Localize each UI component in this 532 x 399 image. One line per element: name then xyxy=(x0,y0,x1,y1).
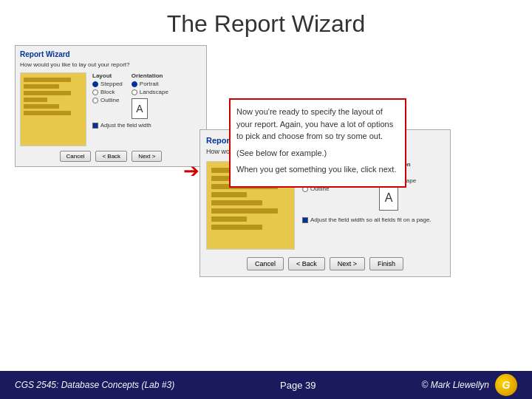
wizard-large-buttons: Cancel < Back Next > Finish xyxy=(206,257,444,270)
wizard-small: Report Wizard How would you like to lay … xyxy=(15,45,207,167)
callout-text1: Now you're ready to specify the layout o… xyxy=(236,106,399,143)
logo-icon: G xyxy=(495,374,517,396)
wizard-small-buttons: Cancel < Back Next > xyxy=(20,151,202,162)
next-button-large[interactable]: Next > xyxy=(330,257,365,270)
wizard-small-inner: Layout Stepped Block xyxy=(20,72,202,146)
radio-portrait[interactable]: Portrait xyxy=(132,81,168,87)
radio-stepped[interactable]: Stepped xyxy=(92,81,123,87)
footer: CGS 2545: Database Concepts (Lab #3) Pag… xyxy=(0,371,532,399)
preview-line xyxy=(24,78,71,82)
preview-line xyxy=(24,98,47,102)
main-content: Report Wizard How would you like to lay … xyxy=(0,45,532,167)
preview-lines xyxy=(21,73,86,122)
cancel-button-large[interactable]: Cancel xyxy=(247,257,284,270)
radio-label-outline: Outline xyxy=(100,97,119,103)
radio-outline[interactable]: Outline xyxy=(92,97,123,103)
cancel-button-small[interactable]: Cancel xyxy=(60,151,92,162)
wizard-small-title: Report Wizard xyxy=(20,50,202,58)
radio-label-stepped: Stepped xyxy=(100,81,123,87)
checkbox-row-small: Adjust the field width xyxy=(92,122,202,129)
arrow-indicator: ➔ xyxy=(183,160,200,183)
callout-box: Now you're ready to specify the layout o… xyxy=(229,98,406,188)
layout-radio-group: Stepped Block Outline xyxy=(92,81,123,103)
radio-circle-block xyxy=(92,89,98,95)
checkbox-label-large: Adjust the field width so all fields fit… xyxy=(310,216,432,223)
radio-label-portrait: Portrait xyxy=(140,81,159,87)
radio-label-landscape: Landscape xyxy=(140,89,168,95)
orientation-preview: A xyxy=(132,98,148,119)
radio-circle-portrait xyxy=(132,81,137,87)
footer-copyright: © Mark Llewellyn xyxy=(421,380,489,390)
footer-center: Page 39 xyxy=(280,380,316,391)
large-preview-line xyxy=(211,216,247,222)
radio-circle-landscape xyxy=(132,89,137,95)
layout-section: Layout Stepped Block xyxy=(92,72,123,119)
footer-left: CGS 2545: Database Concepts (Lab #3) xyxy=(15,380,174,390)
orientation-section: Orientation Portrait Landscape xyxy=(132,72,168,119)
radio-label-block: Block xyxy=(100,89,115,95)
radio-block[interactable]: Block xyxy=(92,89,123,95)
layout-label: Layout xyxy=(92,72,123,79)
radio-circle-outline xyxy=(92,98,98,103)
callout-text3: When you get something you like, click n… xyxy=(236,163,399,176)
radio-landscape[interactable]: Landscape xyxy=(132,89,168,95)
large-preview-line xyxy=(211,200,262,205)
radio-circle-stepped xyxy=(92,81,98,87)
large-preview-line xyxy=(211,208,278,214)
checkbox-adjust-large[interactable] xyxy=(302,217,308,223)
callout-text2: (See below for example.) xyxy=(236,147,399,160)
wizard-small-question: How would you like to lay out your repor… xyxy=(20,61,202,68)
checkbox-label-small: Adjust the field width xyxy=(100,122,151,129)
wizard-small-preview xyxy=(20,72,86,146)
checkbox-row-large: Adjust the field width so all fields fit… xyxy=(302,216,444,223)
back-button-large[interactable]: < Back xyxy=(288,257,325,270)
large-preview-line xyxy=(211,192,247,197)
preview-line xyxy=(24,111,71,115)
preview-line xyxy=(24,84,59,89)
orientation-label: Orientation xyxy=(132,72,168,79)
large-preview-line xyxy=(211,225,262,230)
wizard-box-small: Report Wizard How would you like to lay … xyxy=(15,45,207,167)
finish-button-large[interactable]: Finish xyxy=(369,257,403,270)
footer-right: © Mark Llewellyn G xyxy=(421,374,517,396)
checkbox-adjust[interactable] xyxy=(92,123,98,129)
preview-line xyxy=(24,91,71,95)
orientation-preview-large: A xyxy=(379,185,398,211)
preview-line xyxy=(24,104,59,109)
back-button-small[interactable]: < Back xyxy=(95,151,127,162)
next-button-small[interactable]: Next > xyxy=(132,151,162,162)
wizard-small-options: Layout Stepped Block xyxy=(92,72,202,146)
page-title: The Report Wizard xyxy=(0,0,532,45)
orientation-radio-group: Portrait Landscape xyxy=(132,81,168,95)
